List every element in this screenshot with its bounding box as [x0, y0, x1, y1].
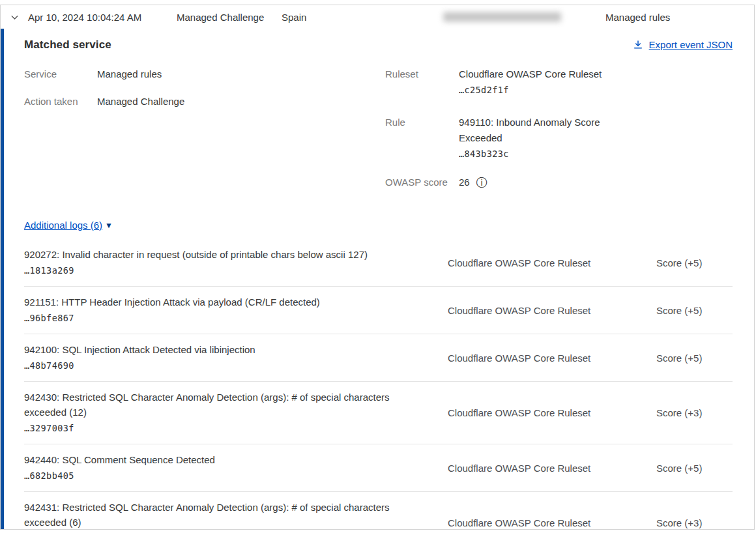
log-rule-description: 942440: SQL Comment Sequence Detected	[24, 452, 415, 467]
event-country: Spain	[282, 12, 306, 23]
event-action: Managed Challenge	[177, 12, 264, 23]
log-rule-hash: …96bfe867	[24, 310, 448, 326]
field-service-value: Managed rules	[97, 66, 162, 82]
event-timestamp: Apr 10, 2024 10:04:24 AM	[28, 12, 141, 23]
log-rule-hash: …1813a269	[24, 263, 448, 278]
info-icon[interactable]: ⓘ	[476, 177, 487, 188]
field-action-taken-value: Managed Challenge	[97, 94, 184, 109]
field-owasp-score: OWASP score 26 ⓘ	[385, 175, 623, 190]
log-rule-description: 942431: Restricted SQL Character Anomaly…	[24, 500, 415, 529]
collapse-chevron-icon[interactable]	[8, 11, 20, 23]
event-row-container: Apr 10, 2024 10:04:24 AM Managed Challen…	[0, 5, 755, 530]
log-row: 942440: SQL Comment Sequence Detected …6…	[24, 444, 733, 492]
log-score: Score (+5)	[656, 305, 702, 316]
log-score: Score (+5)	[656, 353, 702, 364]
log-row: 942430: Restricted SQL Character Anomaly…	[24, 382, 733, 444]
field-owasp-score-value: 26	[459, 175, 470, 190]
log-rule-description: 942430: Restricted SQL Character Anomaly…	[24, 390, 415, 420]
redacted-value	[443, 12, 561, 22]
log-score: Score (+5)	[656, 463, 702, 474]
log-row: 920272: Invalid character in request (ou…	[24, 239, 733, 287]
field-rule-value: 949110: Inbound Anomaly Score Exceeded	[459, 115, 623, 146]
log-rule-hash: …682bb405	[24, 468, 448, 483]
log-rule-description: 920272: Invalid character in request (ou…	[24, 247, 415, 262]
field-service-label: Service	[24, 66, 97, 82]
export-event-json-link[interactable]: Export event JSON	[633, 39, 733, 50]
field-rule-label: Rule	[385, 115, 459, 162]
log-rule-hash: …3297003f	[24, 420, 448, 436]
field-ruleset-hash: …c25d2f1f	[459, 82, 623, 98]
download-icon	[633, 40, 643, 50]
log-ruleset: Cloudflare OWASP Core Ruleset	[448, 305, 656, 316]
log-row: 942431: Restricted SQL Character Anomaly…	[24, 492, 733, 529]
log-rule-description: 942100: SQL Injection Attack Detected vi…	[24, 342, 415, 357]
field-ruleset-label: Ruleset	[385, 66, 459, 98]
log-row: 921151: HTTP Header Injection Attack via…	[24, 287, 733, 334]
log-ruleset: Cloudflare OWASP Core Ruleset	[448, 353, 656, 364]
log-score: Score (+3)	[656, 517, 702, 528]
panel-title: Matched service	[24, 38, 111, 51]
field-rule: Rule 949110: Inbound Anomaly Score Excee…	[385, 115, 623, 162]
log-ruleset: Cloudflare OWASP Core Ruleset	[448, 517, 656, 528]
log-row: 942100: SQL Injection Attack Detected vi…	[24, 334, 733, 382]
field-service: Service Managed rules	[24, 66, 385, 82]
event-service: Managed rules	[605, 12, 670, 23]
field-action-taken: Action taken Managed Challenge	[24, 94, 385, 109]
additional-logs-toggle[interactable]: Additional logs (6)	[24, 220, 102, 231]
log-ruleset: Cloudflare OWASP Core Ruleset	[448, 463, 656, 474]
log-rule-description: 921151: HTTP Header Injection Attack via…	[24, 295, 415, 310]
log-score: Score (+5)	[656, 257, 702, 268]
event-detail-panel: Matched service Export event JSON Servic…	[4, 29, 754, 529]
field-owasp-score-label: OWASP score	[385, 175, 459, 190]
log-score: Score (+3)	[656, 407, 702, 418]
triangle-down-icon[interactable]: ▼	[105, 222, 113, 229]
additional-logs-table: 920272: Invalid character in request (ou…	[24, 239, 733, 529]
field-ruleset-value: Cloudflare OWASP Core Ruleset	[459, 66, 623, 82]
field-ruleset: Ruleset Cloudflare OWASP Core Ruleset …c…	[385, 66, 623, 98]
field-action-taken-label: Action taken	[24, 94, 97, 109]
field-rule-hash: …843b323c	[459, 146, 623, 162]
log-ruleset: Cloudflare OWASP Core Ruleset	[448, 407, 656, 418]
log-ruleset: Cloudflare OWASP Core Ruleset	[448, 257, 656, 268]
log-rule-hash: …48b74690	[24, 358, 448, 373]
export-event-json-label: Export event JSON	[649, 39, 733, 50]
event-summary-row[interactable]: Apr 10, 2024 10:04:24 AM Managed Challen…	[1, 5, 754, 29]
